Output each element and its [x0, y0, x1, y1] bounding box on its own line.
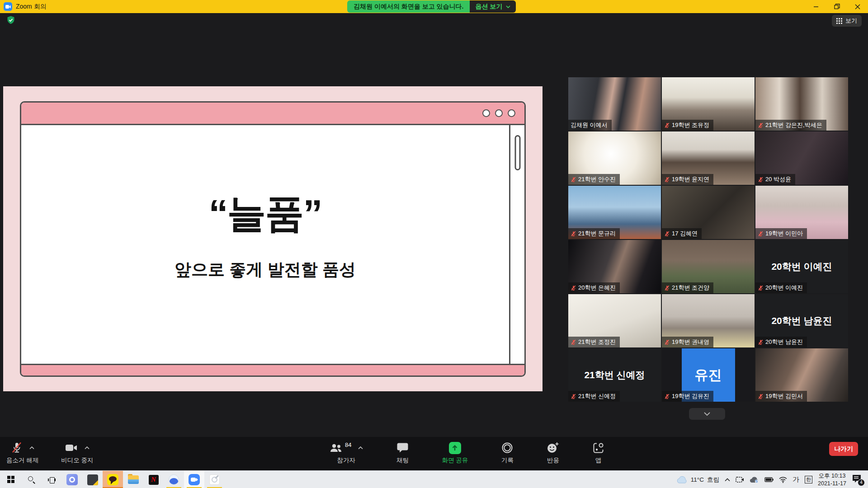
- settings-app-icon: [66, 474, 78, 485]
- participant-name-label: 20학번 은혜진: [568, 282, 620, 293]
- record-button[interactable]: 기록: [501, 440, 514, 465]
- participant-name: 20학번 은혜진: [578, 284, 616, 292]
- apps-icon: [593, 442, 604, 454]
- slide-content: “늘품” 앞으로 좋게 발전할 품성: [21, 125, 509, 364]
- participant-tile[interactable]: 19학번 김민서: [755, 348, 848, 402]
- participant-tile[interactable]: 21학번 조건양: [662, 240, 755, 293]
- taskbar-app-start[interactable]: [1, 471, 21, 488]
- grid-scroll-down-button[interactable]: [689, 408, 725, 420]
- whale-icon: [169, 474, 179, 485]
- view-options-button[interactable]: 옵션 보기: [470, 0, 516, 13]
- taskbar-app-zoom[interactable]: [184, 471, 204, 488]
- participant-tile[interactable]: 21학번 강은진,박세은: [755, 77, 848, 131]
- taskbar-app-task-view[interactable]: [42, 471, 62, 488]
- taskbar-app-search[interactable]: [21, 471, 42, 488]
- shared-screen: “늘품” 앞으로 좋게 발전할 품성: [3, 86, 542, 391]
- share-screen-icon: [449, 442, 461, 454]
- ime-mode-indicator[interactable]: 가: [793, 475, 799, 484]
- participant-tile[interactable]: 19학번 이민아: [755, 186, 848, 239]
- taskbar-app-whale[interactable]: [164, 471, 184, 488]
- chevron-down-icon: [506, 5, 510, 8]
- participant-tile[interactable]: 20 박성윤: [755, 131, 848, 185]
- participant-name-label: 17 김혜연: [662, 228, 702, 239]
- participant-tile[interactable]: 21학번 문규리: [568, 186, 661, 239]
- zoom-titlebar: Zoom 회의 김채원 이예서의 화면을 보고 있습니다. 옵션 보기: [0, 0, 868, 13]
- participant-tile[interactable]: 21학번 조정진: [568, 294, 661, 347]
- slide-subtitle: 앞으로 좋게 발전할 품성: [21, 258, 509, 281]
- participant-tile[interactable]: 김채원 이예서: [568, 77, 661, 131]
- participant-name-label: 21학번 문규리: [568, 228, 620, 239]
- participant-tile[interactable]: 21학번 신예정 21학번 신예정: [568, 348, 661, 402]
- meeting-area: 보기 “늘품” 앞으로 좋게 발전할 품성: [0, 13, 868, 437]
- battery-icon[interactable]: [764, 477, 774, 482]
- participant-tile[interactable]: 20학번 남윤진 20학번 남윤진: [755, 294, 848, 347]
- taskbar-app-netflix[interactable]: [143, 471, 164, 488]
- security-shield-icon[interactable]: [7, 16, 15, 27]
- action-center-button[interactable]: 4: [852, 474, 863, 485]
- participant-tile[interactable]: 17 김혜연: [662, 186, 755, 239]
- participant-tile[interactable]: 21학번 안수진: [568, 131, 661, 185]
- start-icon: [7, 476, 15, 483]
- taskbar-app-kakaotalk[interactable]: [103, 471, 123, 488]
- muted-mic-icon: [571, 285, 576, 291]
- reactions-label: 반응: [547, 456, 559, 465]
- taskbar-app-settings-app[interactable]: [62, 471, 82, 488]
- unmute-button[interactable]: 음소거 해제: [6, 440, 38, 465]
- taskbar-tray: 11°C 흐림 가 한 오후 10:13 2021-11-17 4: [677, 471, 868, 488]
- participant-name: 19학번 권내영: [672, 338, 709, 346]
- participant-tile[interactable]: 19학번 조유정: [662, 77, 755, 131]
- apps-button[interactable]: 앱: [593, 440, 604, 465]
- wifi-icon[interactable]: [779, 477, 787, 483]
- participant-tile[interactable]: 20학번 은혜진: [568, 240, 661, 293]
- maximize-button[interactable]: [826, 0, 847, 13]
- taskbar-app-explorer[interactable]: [123, 471, 143, 488]
- participant-name: 19학번 이민아: [765, 230, 803, 238]
- slide-scrollbar-track: [509, 125, 524, 364]
- participant-name-label: 20학번 남윤진: [755, 337, 807, 347]
- window-circle-icon: [482, 109, 490, 117]
- slide-browser-window: “늘품” 앞으로 좋게 발전할 품성: [20, 101, 526, 377]
- tray-camera-icon[interactable]: [736, 476, 744, 483]
- taskbar-clock[interactable]: 오후 10:13 2021-11-17: [818, 472, 846, 487]
- slide-window-header: [21, 103, 524, 125]
- ime-language-indicator[interactable]: 한: [805, 476, 812, 483]
- participants-button[interactable]: 84 참가자: [329, 440, 363, 465]
- clock-date: 2021-11-17: [818, 480, 846, 487]
- slide-scrollbar-thumb[interactable]: [514, 135, 520, 170]
- participant-name: 21학번 조건양: [672, 284, 709, 292]
- taskbar-app-notepad[interactable]: [82, 471, 103, 488]
- zoom-app-icon: [4, 2, 12, 11]
- minimize-button[interactable]: [806, 0, 826, 13]
- participant-name: 19학번 김유진: [672, 392, 709, 400]
- windows-taskbar: 11°C 흐림 가 한 오후 10:13 2021-11-17 4: [0, 470, 868, 488]
- participant-tile[interactable]: 유진 19학번 김유진: [662, 348, 755, 402]
- participant-tile[interactable]: 19학번 윤지연: [662, 131, 755, 185]
- onedrive-icon[interactable]: [750, 477, 759, 483]
- tray-chevron-up-icon[interactable]: [725, 478, 730, 482]
- reactions-button[interactable]: 반응: [547, 440, 559, 465]
- leave-meeting-button[interactable]: 나가기: [829, 442, 858, 456]
- slide-title: “늘품”: [21, 194, 509, 233]
- taskbar-app-honeycam[interactable]: [204, 471, 225, 488]
- participant-name: 김채원 이예서: [571, 121, 608, 129]
- toolbar-left-group: 음소거 해제 비디오 중지: [6, 440, 94, 465]
- muted-mic-icon: [571, 231, 576, 237]
- view-button-label: 보기: [845, 17, 857, 25]
- muted-mic-icon: [664, 122, 670, 128]
- participants-chevron-icon[interactable]: [358, 446, 363, 450]
- video-options-chevron-icon[interactable]: [85, 446, 90, 450]
- participant-name: 21학번 강은진,박세은: [765, 121, 822, 129]
- participant-name-label: 21학번 조건양: [662, 282, 713, 293]
- participant-tile[interactable]: 19학번 권내영: [662, 294, 755, 347]
- mic-options-chevron-icon[interactable]: [29, 446, 34, 450]
- close-button[interactable]: [847, 0, 868, 13]
- stop-video-button[interactable]: 비디오 중지: [61, 440, 93, 465]
- muted-mic-icon: [571, 394, 576, 399]
- notification-badge: 4: [858, 479, 865, 486]
- weather-widget[interactable]: 11°C 흐림: [677, 476, 719, 484]
- muted-mic-icon: [758, 339, 764, 345]
- participant-tile[interactable]: 20학번 이예진 20학번 이예진: [755, 240, 848, 293]
- chat-button[interactable]: 채팅: [396, 440, 409, 465]
- view-button[interactable]: 보기: [832, 15, 862, 27]
- share-screen-button[interactable]: 화면 공유: [442, 440, 468, 465]
